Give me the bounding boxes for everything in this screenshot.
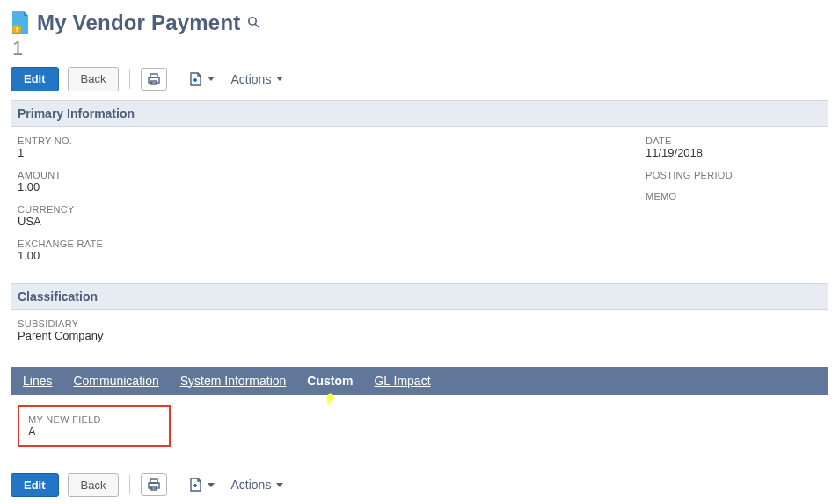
field-label: EXCHANGE RATE: [18, 238, 610, 249]
field-memo: MEMO: [646, 191, 821, 201]
field-label: ENTRY NO.: [18, 135, 610, 146]
field-amount: AMOUNT 1.00: [18, 170, 610, 194]
field-value: A: [28, 425, 160, 438]
svg-point-2: [249, 18, 256, 25]
highlighted-field: MY NEW FIELD A: [18, 405, 171, 447]
field-currency: CURRENCY USA: [18, 204, 610, 228]
field-entry-no: ENTRY NO. 1: [18, 135, 610, 159]
toolbar-divider: [129, 475, 130, 494]
field-date: DATE 11/19/2018: [646, 135, 821, 159]
field-value: Parent Company: [18, 329, 821, 342]
edit-button[interactable]: Edit: [11, 67, 59, 91]
field-label: CURRENCY: [18, 204, 610, 215]
svg-rect-10: [149, 483, 159, 488]
primary-left-col: ENTRY NO. 1 AMOUNT 1.00 CURRENCY USA EXC…: [18, 135, 610, 273]
subtab-system-information[interactable]: System Information: [180, 374, 287, 388]
svg-text:i: i: [16, 26, 18, 33]
field-posting-period: POSTING PERIOD: [646, 170, 821, 180]
section-header-classification: Classification: [11, 283, 828, 310]
field-label: AMOUNT: [18, 170, 610, 180]
actions-dropdown[interactable]: Actions: [230, 478, 283, 492]
print-button[interactable]: [141, 473, 167, 496]
new-dropdown[interactable]: [188, 477, 215, 493]
subtab-communication[interactable]: Communication: [73, 374, 158, 388]
field-value: 1.00: [18, 180, 610, 194]
edit-button[interactable]: Edit: [11, 473, 59, 498]
page-title: My Vendor Payment: [37, 11, 240, 35]
field-value: 11/19/2018: [646, 146, 821, 159]
field-subsidiary: SUBSIDIARY Parent Company: [18, 318, 821, 342]
cursor-pointer-icon: ☝: [324, 393, 337, 405]
action-bar-top: Edit Back Actions: [11, 67, 828, 91]
field-label: SUBSIDIARY: [18, 318, 821, 329]
field-exchange-rate: EXCHANGE RATE 1.00: [18, 238, 610, 262]
record-number: 1: [12, 37, 828, 60]
back-button[interactable]: Back: [68, 67, 120, 91]
svg-line-3: [256, 24, 259, 27]
actions-label: Actions: [230, 72, 271, 86]
svg-rect-5: [149, 77, 159, 83]
new-dropdown[interactable]: [188, 71, 215, 87]
field-value: 1: [18, 146, 610, 159]
field-label: POSTING PERIOD: [646, 170, 821, 180]
section-header-primary: Primary Information: [11, 100, 828, 127]
field-label: MY NEW FIELD: [28, 414, 160, 425]
field-label: MEMO: [646, 191, 821, 201]
custom-tab-content: MY NEW FIELD A: [11, 395, 828, 473]
field-value: 1.00: [18, 249, 610, 262]
toolbar-divider: [129, 69, 130, 89]
field-value: USA: [18, 215, 610, 228]
field-label: DATE: [646, 135, 821, 146]
subtab-bar: LinesCommunicationSystem InformationCust…: [11, 367, 828, 395]
print-button[interactable]: [141, 68, 167, 91]
record-icon: i: [11, 11, 30, 34]
section-body-classification: SUBSIDIARY Parent Company: [11, 310, 828, 363]
actions-dropdown[interactable]: Actions: [230, 72, 283, 86]
action-bar-bottom: Edit Back Actions: [11, 473, 828, 498]
primary-right-col: DATE 11/19/2018 POSTING PERIOD MEMO: [646, 135, 821, 273]
page-title-row: i My Vendor Payment: [11, 11, 828, 35]
section-body-primary: ENTRY NO. 1 AMOUNT 1.00 CURRENCY USA EXC…: [11, 127, 828, 283]
subtab-gl-impact[interactable]: GL Impact: [374, 374, 430, 388]
search-icon[interactable]: [247, 16, 259, 32]
back-button[interactable]: Back: [68, 473, 120, 498]
actions-label: Actions: [230, 478, 271, 492]
subtab-lines[interactable]: Lines: [23, 374, 52, 388]
subtab-custom[interactable]: Custom☝: [307, 374, 353, 388]
